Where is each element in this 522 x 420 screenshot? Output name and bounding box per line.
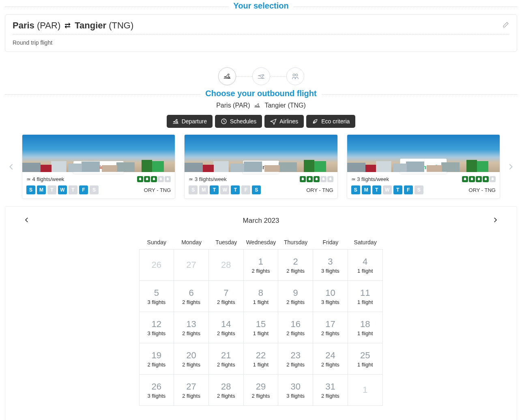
airline-card[interactable]: vueling• ≃ 3 flights/week SMTWTFS ORY - …	[184, 134, 337, 199]
step-passengers[interactable]	[286, 67, 304, 85]
plane-landing-icon	[257, 72, 265, 80]
edit-icon[interactable]	[502, 21, 509, 30]
days-of-week: SMTWTFS	[351, 185, 423, 194]
eco-icon	[320, 176, 327, 182]
eco-rating	[137, 176, 171, 182]
calendar-day[interactable]: 53 flights	[139, 280, 174, 312]
day-chip: T	[47, 185, 56, 194]
day-number: 24	[325, 350, 335, 361]
airline-card[interactable]: ✈ royal air maroc ≃ 4 flights/week SMTWT…	[22, 134, 175, 199]
selection-title: Your selection	[228, 1, 293, 11]
filter-schedules[interactable]: Schedules	[215, 115, 262, 128]
day-chip: F	[241, 185, 250, 194]
chevron-right-icon	[506, 162, 515, 171]
day-number: 10	[325, 288, 335, 298]
day-number: 28	[221, 381, 231, 392]
day-number: 4	[363, 256, 367, 267]
route-codes: ORY - TNG	[144, 187, 171, 193]
airline-card[interactable]: transavia ≃ 3 flights/week SMTWTFS ORY -…	[347, 134, 500, 199]
calendar-day[interactable]: 251 flight	[348, 343, 383, 375]
day-number: 31	[325, 381, 335, 392]
day-chip: T	[69, 185, 77, 194]
flight-count: 3 flights	[321, 299, 339, 305]
calendar-day[interactable]: 312 flights	[313, 374, 348, 406]
svg-point-0	[293, 74, 295, 76]
day-number: 16	[290, 319, 300, 330]
day-number: 2	[293, 256, 298, 267]
calendar-day[interactable]: 232 flights	[278, 343, 313, 375]
flight-count: 2 flights	[147, 362, 165, 368]
step-return[interactable]	[252, 67, 270, 85]
calendar-day[interactable]: 132 flights	[174, 312, 209, 343]
calendar-prev[interactable]	[21, 215, 32, 227]
day-chip: S	[26, 185, 35, 194]
day-number: 26	[152, 260, 161, 270]
day-number: 27	[186, 260, 196, 270]
calendar-day[interactable]: 12 flights	[243, 249, 279, 281]
calendar-day[interactable]: 272 flights	[174, 374, 209, 406]
calendar-day[interactable]: 103 flights	[313, 280, 348, 312]
step-outbound[interactable]	[218, 67, 236, 85]
destination-image: vueling•	[185, 135, 337, 172]
flight-count: 3 flights	[147, 330, 165, 336]
calendar-day[interactable]: 142 flights	[208, 312, 244, 343]
calendar-day: 26	[139, 249, 174, 281]
calendar-day: 28	[208, 249, 244, 281]
calendar-day[interactable]: 242 flights	[313, 343, 348, 375]
day-chip: T	[210, 185, 219, 194]
chevron-left-icon	[23, 216, 30, 224]
flight-count: 3 flights	[147, 299, 165, 305]
calendar-day[interactable]: 111 flight	[348, 280, 383, 312]
eco-icon	[476, 176, 482, 182]
filter-airlines[interactable]: Airlines	[264, 115, 304, 128]
flight-count: 2 flights	[217, 330, 235, 336]
calendar-day[interactable]: 202 flights	[174, 343, 209, 375]
calendar-day[interactable]: 162 flights	[278, 312, 313, 343]
calendar-day[interactable]: 123 flights	[139, 312, 174, 343]
passengers-icon	[291, 72, 299, 80]
eco-icon	[158, 176, 164, 182]
calendar-day[interactable]: 192 flights	[139, 343, 174, 375]
calendar-day[interactable]: 221 flight	[243, 343, 279, 375]
day-number: 28	[221, 260, 231, 270]
flight-count: 1 flight	[253, 330, 269, 336]
filter-departure[interactable]: Departure	[167, 115, 213, 128]
day-chip: S	[415, 185, 423, 194]
flight-count: 2 flights	[286, 299, 305, 305]
carousel-next[interactable]	[504, 162, 517, 171]
day-number: 19	[152, 350, 161, 361]
calendar-next[interactable]	[490, 215, 501, 227]
filter-eco[interactable]: Eco criteria	[306, 115, 355, 128]
calendar-day[interactable]: 212 flights	[208, 343, 244, 375]
flight-count: 2 flights	[286, 268, 305, 274]
from-code: (PAR)	[37, 20, 60, 30]
calendar-day[interactable]: 282 flights	[208, 374, 244, 406]
calendar-day[interactable]: 303 flights	[278, 374, 313, 406]
calendar-day[interactable]: 81 flight	[243, 280, 279, 312]
calendar-day[interactable]: 41 flight	[348, 249, 383, 281]
calendar-day[interactable]: 33 flights	[313, 249, 348, 281]
calendar-day[interactable]: 62 flights	[174, 280, 209, 312]
day-chip: M	[199, 185, 208, 194]
day-chip: S	[252, 185, 261, 194]
calendar-day[interactable]: 172 flights	[313, 312, 348, 343]
day-number: 27	[186, 381, 196, 392]
chevron-left-icon	[7, 162, 16, 171]
calendar-day[interactable]: 263 flights	[139, 374, 174, 406]
flights-frequency: ≃ 3 flights/week	[189, 176, 226, 182]
trip-type: Round trip flight	[13, 39, 509, 46]
calendar-day[interactable]: 92 flights	[278, 280, 313, 312]
calendar-day[interactable]: 292 flights	[243, 374, 279, 406]
day-chip: S	[189, 185, 198, 194]
day-number: 30	[290, 381, 300, 392]
calendar-day[interactable]: 151 flight	[243, 312, 279, 343]
day-chip: F	[79, 185, 88, 194]
calendar-day[interactable]: 181 flight	[348, 312, 383, 343]
flight-count: 2 flights	[182, 362, 200, 368]
carousel-prev[interactable]	[5, 162, 18, 171]
eco-icon	[314, 176, 320, 182]
calendar-day[interactable]: 22 flights	[278, 249, 313, 281]
calendar-day[interactable]: 72 flights	[208, 280, 244, 312]
eco-icon	[151, 176, 157, 182]
flight-count: 2 flights	[321, 393, 339, 399]
